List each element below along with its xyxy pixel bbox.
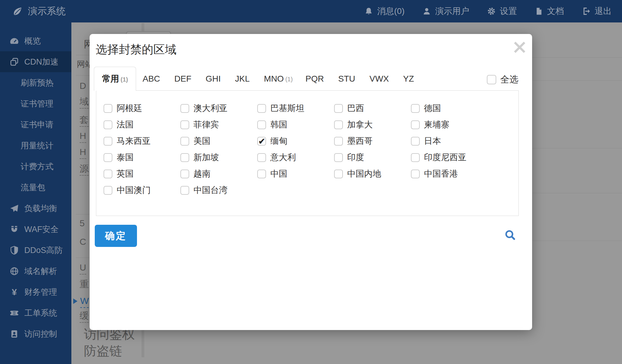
checkbox[interactable] [180,104,189,113]
region-checkbox-item[interactable]: 越南 [180,168,257,180]
region-checkbox-item[interactable]: 中国澳门 [104,184,180,196]
region-tab[interactable]: VWX [363,67,397,91]
region-checkbox-item[interactable]: 缅甸 [257,135,334,147]
brand[interactable]: 演示系统 [0,5,66,18]
checkbox[interactable] [411,170,420,178]
background-menu-item[interactable]: U [80,263,86,272]
background-menu-item[interactable]: H [80,147,86,157]
settings-button[interactable]: 设置 [487,5,517,17]
region-checkbox-item[interactable]: 泰国 [104,152,180,163]
background-menu-item[interactable]: 源 [80,164,89,173]
background-menu-item[interactable]: C [80,237,86,246]
checkbox[interactable] [487,75,496,84]
region-checkbox-item[interactable]: 美国 [180,135,257,147]
select-all-checkbox[interactable]: 全选 [487,73,518,86]
region-checkbox-item[interactable]: 中国内地 [334,168,411,180]
region-checkbox-item[interactable]: 柬埔寨 [411,119,488,130]
search-icon[interactable] [503,228,517,242]
region-checkbox-item[interactable]: 菲律宾 [180,119,257,130]
region-checkbox-item[interactable]: 印度 [334,152,411,163]
sidebar-item-finance[interactable]: ¥ 财务管理 [0,281,71,302]
close-icon[interactable] [511,39,528,56]
checkbox[interactable] [257,153,266,162]
checkbox[interactable] [334,137,343,146]
sidebar-item-refresh-prewarm[interactable]: 刷新预热 [0,72,71,93]
sidebar-item-usage-stats[interactable]: 用量统计 [0,135,71,156]
region-tab[interactable]: PQR [299,67,332,91]
messages-button[interactable]: 消息(0) [364,5,405,17]
region-checkbox-item[interactable]: 加拿大 [334,119,411,130]
checkbox[interactable] [180,120,189,129]
background-menu-item[interactable]: 套 [80,115,89,124]
sidebar-item-billing-method[interactable]: 计费方式 [0,156,71,177]
sidebar-item-load-balance[interactable]: 负载均衡 [0,198,71,219]
background-menu-item[interactable]: D [80,81,86,90]
region-tab[interactable]: JKL [229,67,258,91]
confirm-button[interactable]: 确定 [95,225,137,247]
checkbox[interactable] [411,137,420,146]
checkbox[interactable] [180,186,189,195]
region-tab[interactable]: STU [332,67,363,91]
checkbox[interactable] [257,137,266,146]
logout-button[interactable]: 退出 [582,5,612,17]
region-checkbox-item[interactable]: 日本 [411,135,488,147]
checkbox[interactable] [411,120,420,129]
checkbox[interactable] [180,153,189,162]
region-checkbox-item[interactable]: 德国 [411,103,488,114]
checkbox[interactable] [334,104,343,113]
checkbox[interactable] [180,170,189,178]
checkbox[interactable] [257,120,266,129]
user-button[interactable]: 演示用户 [422,5,469,17]
region-tab[interactable]: MNO (1) [258,67,299,91]
sidebar-item-ddos[interactable]: DDoS高防 [0,240,71,261]
region-tab[interactable]: ABC [136,67,168,91]
sidebar-item-waf[interactable]: WAF安全 [0,219,71,240]
sidebar-item-dns[interactable]: 域名解析 [0,261,71,281]
checkbox[interactable] [104,137,112,146]
checkbox[interactable] [104,120,112,129]
region-tab[interactable]: YZ [397,67,422,91]
background-menu-item-active[interactable]: W [80,296,89,305]
region-checkbox-item[interactable]: 中国香港 [411,168,488,180]
sidebar-item-cert-manage[interactable]: 证书管理 [0,93,71,114]
checkbox[interactable] [334,120,343,129]
region-checkbox-item[interactable]: 墨西哥 [334,135,411,147]
region-checkbox-item[interactable]: 澳大利亚 [180,103,257,114]
sidebar-item-access-control[interactable]: 访问控制 [0,323,71,344]
region-checkbox-item[interactable]: 中国 [257,168,334,180]
sidebar-item-traffic-pack[interactable]: 流量包 [0,177,71,198]
background-menu-item[interactable]: H [80,131,86,140]
sidebar-item-cdn[interactable]: CDN加速 [0,51,71,72]
docs-button[interactable]: 文档 [535,5,564,17]
sidebar-item-tickets[interactable]: 工单系统 [0,302,71,323]
region-checkbox-item[interactable]: 马来西亚 [104,135,180,147]
region-checkbox-item[interactable]: 英国 [104,168,180,180]
region-checkbox-item[interactable]: 中国台湾 [180,184,257,196]
region-checkbox-item[interactable]: 韩国 [257,119,334,130]
sidebar-item-cert-apply[interactable]: 证书申请 [0,114,71,135]
checkbox[interactable] [257,170,266,178]
region-tab[interactable]: 常用 (1) [94,67,136,91]
region-checkbox-item[interactable]: 新加坡 [180,152,257,163]
checkbox[interactable] [334,153,343,162]
background-menu-item[interactable]: 重 [80,280,89,289]
background-menu-item[interactable]: 缓 [80,311,89,320]
background-menu-item[interactable]: 域 [80,97,89,106]
region-checkbox-item[interactable]: 阿根廷 [104,103,180,114]
checkbox[interactable] [411,104,420,113]
region-checkbox-item[interactable]: 法国 [104,119,180,130]
sidebar-item-overview[interactable]: 概览 [0,30,71,51]
checkbox[interactable] [104,186,112,195]
region-checkbox-item[interactable]: 巴西 [334,103,411,114]
background-menu-item-hotlink[interactable]: 防盗链 [84,345,122,357]
checkbox[interactable] [411,153,420,162]
checkbox[interactable] [104,170,112,178]
region-tab[interactable]: DEF [168,67,199,91]
checkbox[interactable] [334,170,343,178]
checkbox[interactable] [104,153,112,162]
region-checkbox-item[interactable]: 印度尼西亚 [411,152,488,163]
background-menu-item[interactable]: 5 [80,219,85,228]
region-checkbox-item[interactable]: 意大利 [257,152,334,163]
checkbox[interactable] [180,137,189,146]
checkbox[interactable] [104,104,112,113]
